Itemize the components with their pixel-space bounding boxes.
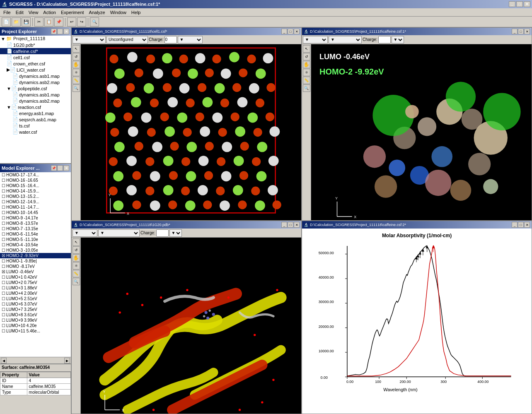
tree-item-dyn1[interactable]: 📄 dynamics.asb1.map [0,73,71,79]
paste-btn[interactable]: 📌 [54,17,63,26]
model-list-item[interactable]: ☐HOMO -8.17eV [0,264,71,269]
model-list-item[interactable]: ☐HOMO-10 -14.45 [0,210,71,215]
pe-close-btn[interactable]: ✕ [63,29,69,34]
model-list-item[interactable]: ☐LUMO+8 3.61eV [0,312,71,318]
tree-item-reaction[interactable]: ▼ 📄 reaction.csf [0,104,71,110]
model-list-item[interactable]: ☐LUMO+9 3.99eV [0,318,71,323]
caffeine2-maximize[interactable]: □ [518,222,524,228]
model-list-item[interactable]: ☐HOMO-4 -10.54e [0,242,71,248]
caffeine1-charge-input[interactable] [378,36,391,43]
p-hand-tool[interactable]: ✋ [73,254,80,262]
model-list[interactable]: ☐HOMO-17 -17.4...☐HOMO-16 -16.65☐HOMO-15… [0,172,71,357]
cell1-maximize[interactable]: □ [288,29,293,34]
tree-item-project[interactable]: ▼ 📁 Project_111118 [0,36,71,42]
menu-analyze[interactable]: Analyze [87,9,108,16]
1g20-select[interactable]: ▼ [73,229,97,237]
menu-window[interactable]: Window [108,9,129,16]
project-tree[interactable]: ▼ 📁 Project_111118 📄 1G20.pdb* 📄 caffein… [0,36,71,164]
menu-experiment[interactable]: Experiment [58,9,87,16]
select-tool[interactable]: ↖ [73,45,80,53]
rotate-tool[interactable]: ↺ [73,53,80,60]
model-list-item[interactable]: ☐LUMO+1 0.42eV [0,274,71,280]
p-rotate-tool[interactable]: ↺ [73,246,80,254]
tree-item-dyn4[interactable]: 📄 dynamics.asb2.map [0,98,71,104]
model-list-item[interactable]: ☐HOMO-7 -13.15e [0,226,71,231]
1g20-maximize[interactable]: □ [288,222,293,228]
cell1-select[interactable]: ▼ [73,36,106,43]
model-list-item[interactable]: ☐LUMO+10 4.20e [0,323,71,328]
tree-item-cell1[interactable]: 📄 cell1.csf [0,54,71,60]
tree-item-dyn2[interactable]: 📄 dynamics.asb2.map [0,79,71,85]
model-list-item[interactable]: ☐HOMO-5 -11.10e [0,237,71,242]
caffeine2-minimize[interactable]: _ [512,222,517,228]
model-list-item[interactable]: ☐HOMO-14 -15.9... [0,188,71,194]
1g20-minimize[interactable]: _ [281,222,287,228]
c1-rotate-tool[interactable]: ↺ [303,53,310,60]
cell1-close[interactable]: ✕ [294,29,300,34]
zoom-in-tool[interactable]: 🔍 [73,84,80,92]
tree-item-seqsrch[interactable]: 📄 seqsrch.asb1.map [0,116,71,123]
1g20-extra[interactable]: ▼ [169,229,182,237]
scroll-left-btn[interactable]: ◀ [1,358,7,363]
close-btn[interactable]: ✕ [524,1,530,7]
p-measure-tool[interactable]: 📏 [73,270,80,277]
new-btn[interactable]: 📄 [2,17,11,26]
c1-zoom-tool[interactable]: 🔍 [303,84,310,92]
c1-measure-tool[interactable]: 📏 [303,77,310,84]
bond-tool[interactable]: ⚛ [73,69,80,76]
caffeine2-close[interactable]: ✕ [524,222,530,228]
me-minimize-btn[interactable]: _ [57,165,63,171]
save-btn[interactable]: 💾 [22,17,31,26]
caffeine1-select[interactable]: ▼ [303,36,328,43]
model-list-item[interactable]: ☐HOMO-8 -13.57e [0,221,71,226]
pe-minimize-btn[interactable]: _ [57,29,63,34]
model-list-item[interactable]: ☐HOMO-13 -15.2... [0,194,71,199]
copy-btn[interactable]: 📋 [44,17,53,26]
model-list-item[interactable]: ☐HOMO-9 -14.17e [0,215,71,221]
caffeine1-config-select[interactable]: ▼ [329,36,362,43]
zoom-btn[interactable]: 🔍 [90,17,99,26]
menu-view[interactable]: View [26,9,41,16]
model-list-item[interactable]: ☐LUMO+6 3.07eV [0,301,71,307]
model-list-item[interactable]: ☐LUMO+11 5.46e... [0,328,71,334]
c1-select-tool[interactable]: ↖ [303,45,310,53]
tree-item-caffeine[interactable]: 📄 caffeine.csf* [0,48,71,54]
cell1-minimize[interactable]: _ [281,29,287,34]
me-close-btn[interactable]: ✕ [63,165,69,171]
menu-edit[interactable]: Edit [13,9,26,16]
redo-btn[interactable]: ↪ [77,17,86,26]
model-list-item[interactable]: ☐HOMO-1 -9.89e| [0,258,71,264]
model-list-item[interactable]: ☒LUMO -0.46eV [0,269,71,274]
model-list-item[interactable]: ☐HOMO-15 -16.4... [0,183,71,188]
p-select-tool[interactable]: ↖ [73,238,80,246]
menu-action[interactable]: Action [41,9,58,16]
caffeine1-extra[interactable]: ▼ [392,36,404,43]
1g20-charge-input[interactable] [156,229,169,237]
translate-tool[interactable]: ✋ [73,61,80,68]
tree-item-energy[interactable]: 📄 energy.asb1.map [0,110,71,116]
model-list-item[interactable]: ☐LUMO+4 2.00eV [0,291,71,296]
model-list-item[interactable]: ☐LUMO+5 2.51eV [0,296,71,301]
me-pin-btn[interactable]: 📌 [51,165,57,171]
open-btn[interactable]: 📁 [12,17,21,26]
model-list-item[interactable]: ☐HOMO-16 -16.65 [0,178,71,183]
cell1-config-select[interactable]: Unconfigured [106,36,148,43]
tree-item-water[interactable]: 📄 water.csf [0,129,71,135]
tree-item-crown[interactable]: 📄 crown_ether.csf [0,60,71,67]
c1-hand-tool[interactable]: ✋ [303,61,310,68]
model-list-item[interactable]: ☒HOMO-2 -9.92eV [0,253,71,258]
measure-tool[interactable]: 📏 [73,77,80,84]
menu-help[interactable]: Help [129,9,143,16]
cut-btn[interactable]: ✂ [34,17,44,26]
model-list-item[interactable]: ☐HOMO-11 -14.7... [0,205,71,210]
model-list-item[interactable]: ☐HOMO-12 -14.9... [0,199,71,205]
tree-item-licl[interactable]: ▶ 📄 LiCl_water.csf [0,67,71,73]
undo-btn[interactable]: ↩ [67,17,76,26]
charge-input[interactable] [164,36,177,43]
1g20-config-select[interactable]: ▼ [98,229,140,237]
p-atom-tool[interactable]: ⚛ [73,262,80,270]
scroll-right-btn[interactable]: ▶ [64,358,70,363]
model-list-item[interactable]: ☐HOMO-3 -10.05e [0,248,71,253]
model-list-item[interactable]: ☐HOMO-6 -11.54e [0,231,71,237]
pe-pin-btn[interactable]: 📌 [51,29,57,34]
